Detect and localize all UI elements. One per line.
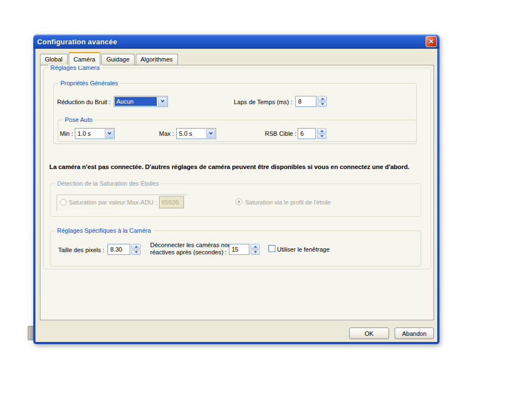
arrow-down-icon (254, 251, 257, 253)
auto-exposure-group-label: Pose Auto (63, 116, 95, 124)
exposure-min-value: 1.0 s (76, 129, 104, 138)
chevron-down-icon (208, 131, 212, 135)
disconnect-timeout-spinner[interactable] (250, 244, 260, 255)
timelapse-spinner[interactable] (318, 96, 327, 107)
target-snr-label: RSB Cible : (265, 130, 296, 137)
max-adu-field: 65535 (159, 196, 184, 208)
arrow-up-icon (321, 98, 324, 100)
pixel-size-field[interactable]: 8.30 (108, 244, 130, 255)
saturation-by-adu-label: Saturation par valeur Max-ADU : (69, 199, 157, 206)
arrow-up-icon (320, 130, 324, 132)
star-saturation-group-label: Détection de la Saturation des Étoiles (55, 180, 161, 187)
dialog-titlebar[interactable]: Configuration avancée ✕ (33, 34, 439, 49)
tab-camera[interactable]: Caméra (69, 52, 100, 66)
saturation-by-adu-radio (60, 199, 66, 206)
noise-reduction-combobox[interactable]: Aucun (114, 96, 168, 107)
close-button[interactable]: ✕ (426, 36, 437, 47)
target-snr-field[interactable]: 6 (298, 128, 316, 139)
exposure-max-label: Max : (159, 130, 174, 137)
arrow-up-icon (135, 245, 138, 248)
disconnect-timeout-label-line1: Déconnecter les caméras non (150, 242, 231, 249)
saturation-by-profile-label: Saturation via le profil de l'étoile (245, 199, 331, 206)
noise-reduction-label: Réduction du Bruit : (57, 99, 111, 106)
arrow-down-icon (320, 135, 324, 137)
dialog-client-area: Global Caméra Guidage Algorithmes Réglag… (35, 49, 437, 342)
disconnect-timeout-field[interactable]: 15 (229, 244, 249, 255)
exposure-max-value: 5.0 s (177, 129, 205, 138)
arrow-up-icon (254, 245, 257, 248)
tab-guidage[interactable]: Guidage (101, 54, 135, 65)
windowing-checkbox[interactable] (268, 245, 275, 252)
spin-down-button[interactable] (250, 250, 260, 255)
spin-up-button[interactable] (317, 128, 326, 134)
dialog-title: Configuration avancée (37, 38, 117, 46)
spin-down-button[interactable] (317, 134, 326, 140)
advanced-configuration-dialog: Configuration avancée ✕ Global Caméra Gu… (33, 34, 439, 344)
target-snr-spinner[interactable] (317, 128, 326, 139)
tab-strip: Global Caméra Guidage Algorithmes (40, 52, 179, 65)
exposure-min-label: Min : (60, 130, 73, 137)
noise-reduction-dropdown-button[interactable] (158, 97, 167, 106)
spin-up-button[interactable] (250, 244, 260, 249)
pixel-size-spinner[interactable] (131, 244, 141, 255)
exposure-max-combobox[interactable]: 5.0 s (176, 128, 216, 139)
disconnect-timeout-label-line2: réactives après (secondes) : (150, 249, 231, 256)
spin-up-button[interactable] (131, 244, 141, 249)
ok-button[interactable]: OK (349, 328, 389, 339)
abandon-button[interactable]: Abandon (395, 328, 434, 339)
disconnect-timeout-label: Déconnecter les caméras non réactives ap… (150, 242, 231, 256)
tab-algorithmes[interactable]: Algorithmes (136, 54, 178, 65)
camera-specific-group-label: Réglages Spécifiques à la Caméra (55, 227, 153, 234)
windowing-label: Utiliser le fenêtrage (277, 246, 330, 253)
close-icon: ✕ (428, 38, 434, 45)
arrow-down-icon (135, 251, 138, 253)
saturation-by-profile-radio (236, 198, 242, 205)
desktop-background: Configuration avancée ✕ Global Caméra Gu… (0, 0, 532, 399)
tab-global[interactable]: Global (40, 54, 68, 65)
pixel-size-label: Taille des pixels : (58, 247, 104, 254)
exposure-min-combobox[interactable]: 1.0 s (75, 128, 115, 139)
spin-down-button[interactable] (131, 250, 141, 255)
arrow-down-icon (321, 103, 324, 105)
chevron-down-icon (160, 99, 164, 103)
exposure-min-dropdown-button[interactable] (105, 129, 114, 138)
general-properties-group-label: Propriétés Générales (58, 80, 120, 87)
timelapse-label: Laps de Temps (ms) : (234, 99, 293, 106)
spin-down-button[interactable] (318, 102, 327, 108)
exposure-max-dropdown-button[interactable] (206, 129, 215, 138)
camera-tab-panel: Réglages Caméra Propriétés Générales Réd… (40, 65, 434, 320)
timelapse-field[interactable]: 8 (295, 96, 316, 107)
camera-not-connected-notice: La caméra n'est pas connectée. D'autres … (49, 163, 410, 170)
spin-up-button[interactable] (318, 96, 327, 101)
noise-reduction-value: Aucun (115, 97, 157, 106)
chevron-down-icon (107, 131, 111, 135)
